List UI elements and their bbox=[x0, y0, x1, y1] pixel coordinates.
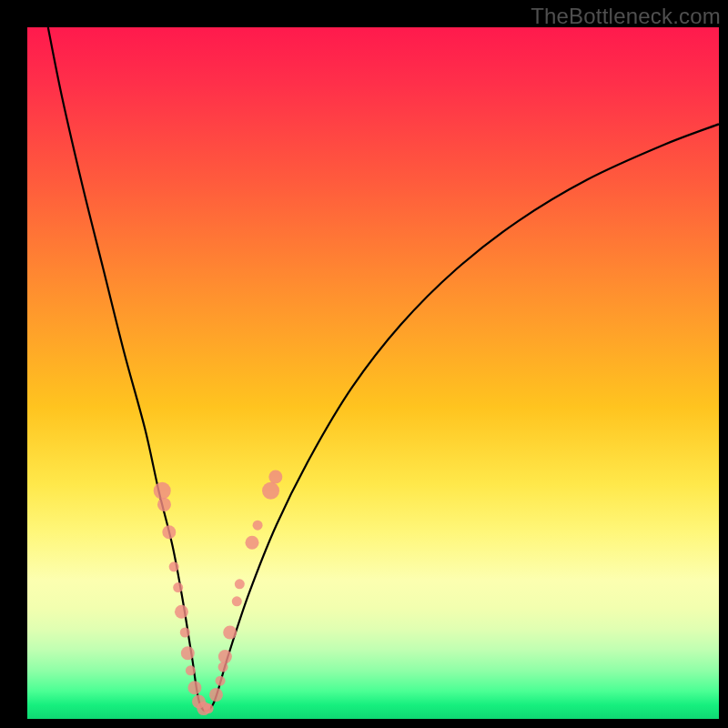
data-point bbox=[209, 688, 223, 702]
data-point bbox=[175, 605, 188, 619]
data-points bbox=[154, 470, 283, 716]
data-point bbox=[253, 521, 263, 531]
data-point bbox=[173, 582, 183, 592]
data-point bbox=[181, 646, 195, 660]
data-point bbox=[162, 525, 176, 539]
plot-area bbox=[27, 27, 719, 719]
data-point bbox=[268, 470, 282, 484]
data-point bbox=[216, 676, 226, 686]
data-point bbox=[223, 626, 237, 640]
chart-frame: TheBottleneck.com bbox=[0, 0, 728, 728]
data-point bbox=[204, 703, 214, 713]
data-point bbox=[180, 628, 190, 638]
data-point bbox=[169, 561, 179, 571]
data-point bbox=[218, 650, 232, 663]
curve-layer bbox=[27, 27, 719, 719]
data-point bbox=[187, 681, 201, 694]
watermark-text: TheBottleneck.com bbox=[531, 4, 721, 29]
bottleneck-curve bbox=[48, 27, 719, 711]
data-point bbox=[235, 579, 245, 589]
data-point bbox=[154, 482, 171, 500]
data-point bbox=[157, 498, 171, 511]
data-point bbox=[232, 596, 242, 606]
data-point bbox=[186, 665, 196, 675]
data-point bbox=[218, 662, 228, 672]
data-point bbox=[262, 482, 279, 500]
data-point bbox=[246, 536, 259, 550]
